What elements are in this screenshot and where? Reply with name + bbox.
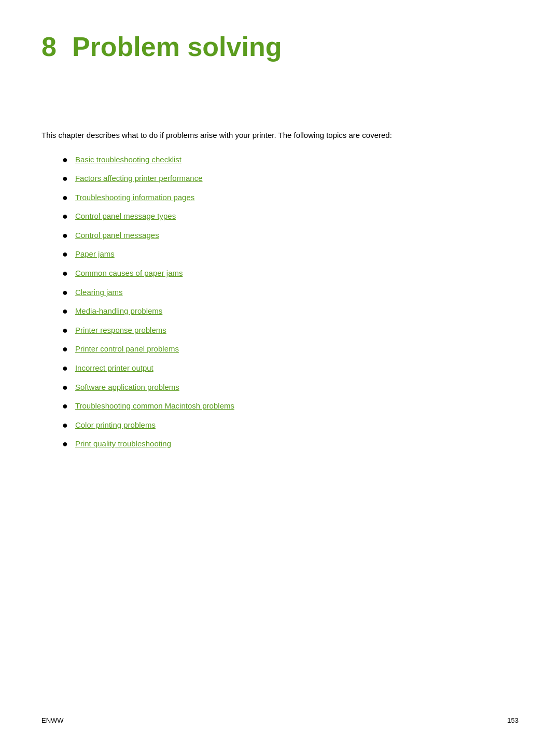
bullet-icon: ● [62, 306, 68, 317]
list-item: ●Paper jams [62, 248, 519, 260]
bullet-icon: ● [62, 287, 68, 299]
toc-link-1[interactable]: Factors affecting printer performance [75, 173, 203, 184]
list-item: ●Software application problems [62, 382, 519, 393]
bullet-icon: ● [62, 439, 68, 450]
bullet-icon: ● [62, 230, 68, 242]
list-item: ●Control panel message types [62, 210, 519, 222]
toc-link-0[interactable]: Basic troubleshooting checklist [75, 154, 181, 165]
toc-link-2[interactable]: Troubleshooting information pages [75, 192, 194, 203]
chapter-header: 8 Problem solving [41, 31, 519, 67]
toc-link-8[interactable]: Media-handling problems [75, 305, 162, 316]
page-container: 8 Problem solving This chapter describes… [0, 0, 560, 745]
bullet-icon: ● [62, 268, 68, 279]
toc-link-14[interactable]: Color printing problems [75, 419, 156, 430]
toc-link-15[interactable]: Print quality troubleshooting [75, 438, 171, 449]
bullet-icon: ● [62, 344, 68, 355]
list-item: ●Troubleshooting common Macintosh proble… [62, 400, 519, 412]
toc-link-9[interactable]: Printer response problems [75, 325, 166, 335]
list-item: ●Common causes of paper jams [62, 268, 519, 279]
bullet-icon: ● [62, 420, 68, 431]
footer-left: ENWW [41, 716, 64, 724]
bullet-icon: ● [62, 211, 68, 222]
list-item: ●Clearing jams [62, 287, 519, 299]
list-item: ●Printer control panel problems [62, 343, 519, 355]
list-item: ●Factors affecting printer performance [62, 173, 519, 185]
intro-text: This chapter describes what to do if pro… [41, 130, 519, 142]
bullet-icon: ● [62, 401, 68, 412]
chapter-number: 8 [41, 31, 57, 62]
bullet-icon: ● [62, 249, 68, 260]
page-footer: ENWW 153 [41, 716, 519, 724]
toc-link-13[interactable]: Troubleshooting common Macintosh problem… [75, 400, 234, 411]
bullet-icon: ● [62, 325, 68, 336]
toc-link-12[interactable]: Software application problems [75, 382, 179, 392]
toc-link-7[interactable]: Clearing jams [75, 287, 123, 298]
bullet-icon: ● [62, 154, 68, 166]
bullet-icon: ● [62, 382, 68, 393]
toc-link-4[interactable]: Control panel messages [75, 230, 159, 241]
list-item: ●Basic troubleshooting checklist [62, 154, 519, 166]
footer-right: 153 [507, 716, 519, 724]
toc-link-3[interactable]: Control panel message types [75, 210, 176, 221]
toc-list: ●Basic troubleshooting checklist●Factors… [62, 154, 519, 451]
toc-link-10[interactable]: Printer control panel problems [75, 343, 179, 354]
list-item: ●Incorrect printer output [62, 362, 519, 374]
toc-link-11[interactable]: Incorrect printer output [75, 362, 153, 373]
list-item: ●Control panel messages [62, 230, 519, 242]
toc-link-5[interactable]: Paper jams [75, 248, 115, 259]
list-item: ●Print quality troubleshooting [62, 438, 519, 450]
list-item: ●Troubleshooting information pages [62, 192, 519, 204]
list-item: ●Printer response problems [62, 325, 519, 336]
chapter-title: Problem solving [72, 31, 282, 62]
list-item: ●Media-handling problems [62, 305, 519, 317]
bullet-icon: ● [62, 192, 68, 204]
list-item: ●Color printing problems [62, 419, 519, 431]
bullet-icon: ● [62, 363, 68, 374]
toc-link-6[interactable]: Common causes of paper jams [75, 268, 183, 278]
bullet-icon: ● [62, 173, 68, 185]
